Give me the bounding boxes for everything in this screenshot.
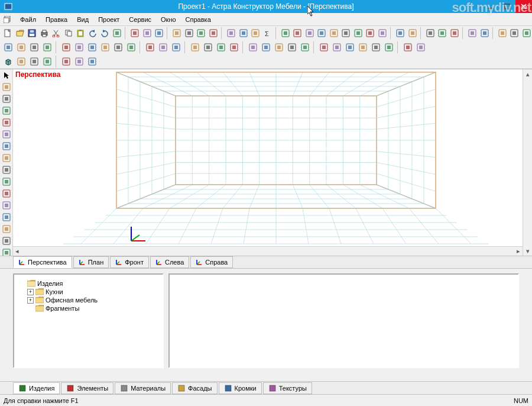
scroll-left-icon[interactable]: ◂ — [13, 247, 21, 256]
tb-print[interactable] — [39, 27, 50, 39]
mdi-restore-icon[interactable] — [2, 15, 12, 24]
tree-item-0[interactable]: +Кухни — [19, 288, 158, 296]
tb-shape-b[interactable] — [184, 27, 195, 39]
tb-rot-1[interactable] — [144, 41, 156, 53]
tb-grid-s6[interactable] — [383, 41, 395, 53]
tb-nav-fwd[interactable] — [154, 27, 165, 39]
tb-color-a[interactable] — [467, 27, 478, 39]
lt-arc-3[interactable] — [1, 189, 12, 198]
bottom-tab-1[interactable]: Элементы — [61, 382, 113, 394]
tb-zoom-in[interactable] — [316, 27, 327, 39]
view-tab-3[interactable]: Слева — [150, 256, 189, 268]
tb-shape-d[interactable] — [208, 27, 219, 39]
tb-dist-4[interactable] — [99, 41, 111, 53]
bottom-tab-5[interactable]: Текстуры — [263, 382, 312, 394]
tb-shape-c[interactable] — [196, 27, 207, 39]
tb-dist-2[interactable] — [73, 41, 85, 53]
scroll-right-icon[interactable]: ▸ — [514, 247, 523, 256]
tb-align-4[interactable] — [41, 41, 53, 53]
scroll-down-icon[interactable]: ▾ — [524, 246, 532, 256]
menu-проект[interactable]: Проект — [93, 14, 124, 25]
tb-misc-2[interactable] — [509, 27, 520, 39]
tb-rot-3[interactable] — [170, 41, 182, 53]
lt-cross[interactable] — [1, 130, 12, 139]
bottom-tab-2[interactable]: Материалы — [115, 382, 171, 394]
tb-panel-toggle[interactable] — [129, 27, 141, 39]
tb-grid-c[interactable] — [304, 27, 316, 39]
lt-circle[interactable] — [1, 201, 12, 210]
tb-open-file[interactable] — [15, 27, 26, 39]
lt-rect-sel[interactable] — [1, 212, 12, 222]
tb-obj-prism[interactable] — [15, 56, 27, 67]
tb-target[interactable] — [365, 27, 376, 39]
lt-pointer[interactable] — [1, 70, 12, 80]
tb-dist-1[interactable] — [60, 41, 72, 53]
lt-wand[interactable] — [1, 82, 12, 92]
tb-nav-back[interactable] — [141, 27, 153, 39]
tb-sum[interactable]: Σ — [262, 27, 273, 39]
tb-obj-cube[interactable] — [2, 56, 14, 67]
tb-select[interactable] — [377, 27, 388, 39]
tb-align-2[interactable] — [15, 41, 27, 53]
tb-align-1[interactable] — [2, 41, 14, 53]
h-scrollbar[interactable]: ◂ ▸ — [13, 246, 523, 256]
tb-align-right[interactable] — [238, 27, 249, 39]
tb-dist-6[interactable] — [125, 41, 137, 53]
tb-edit-3[interactable] — [86, 56, 98, 67]
tree-item-2[interactable]: Фрагменты — [19, 304, 158, 312]
lt-line-h[interactable] — [1, 141, 12, 151]
tb-edit-2[interactable] — [73, 56, 85, 67]
tb-rot-2[interactable] — [157, 41, 169, 53]
tb-misc-1[interactable] — [497, 27, 508, 39]
tb-win-tile[interactable] — [407, 27, 418, 39]
tb-paste[interactable] — [75, 27, 86, 39]
tb-cube-wire[interactable] — [437, 27, 448, 39]
tb-zoom-fit[interactable] — [340, 27, 352, 39]
tb-layers[interactable] — [449, 27, 460, 39]
preview-panel[interactable] — [168, 273, 519, 368]
lt-rotate-3d[interactable] — [1, 106, 12, 115]
tb-conn-1[interactable] — [189, 41, 201, 53]
view-tab-4[interactable]: Справа — [190, 256, 233, 268]
tb-win-cascade[interactable] — [395, 27, 406, 39]
tb-misc-3[interactable] — [521, 27, 533, 39]
tb-dist-3[interactable] — [86, 41, 98, 53]
tb-align-top[interactable] — [250, 27, 261, 39]
tb-grid-s2[interactable] — [331, 41, 343, 53]
tb-group-4[interactable] — [286, 41, 298, 53]
tb-grid-s5[interactable] — [370, 41, 382, 53]
lt-lasso[interactable] — [1, 224, 12, 234]
tree-expander[interactable]: + — [27, 289, 34, 295]
minimize-button[interactable] — [482, 0, 499, 13]
tb-dist-5[interactable] — [112, 41, 124, 53]
tb-pan[interactable] — [353, 27, 364, 39]
tb-new-file[interactable] — [2, 27, 14, 39]
bottom-tab-3[interactable]: Фасады — [172, 382, 217, 394]
tb-grid-s3[interactable] — [344, 41, 356, 53]
tb-undo[interactable] — [87, 27, 99, 39]
bottom-tab-4[interactable]: Кромки — [219, 382, 262, 394]
tb-obj-pyramid[interactable] — [41, 56, 53, 67]
menu-правка[interactable]: Правка — [41, 14, 72, 25]
lt-box-2d[interactable] — [1, 94, 12, 104]
close-button[interactable] — [515, 0, 532, 13]
lt-measure[interactable] — [1, 118, 12, 127]
tb-grid-b[interactable] — [292, 27, 303, 39]
tb-grid-s1[interactable] — [318, 41, 330, 53]
tb-zoom-out[interactable] — [329, 27, 340, 39]
maximize-button[interactable] — [499, 0, 515, 13]
menu-файл[interactable]: Файл — [15, 14, 41, 25]
tb-snap-2[interactable] — [415, 41, 427, 53]
tb-obj-cone[interactable] — [28, 56, 40, 67]
tree-root[interactable]: Изделия — [19, 279, 158, 288]
menu-вид[interactable]: Вид — [72, 14, 93, 25]
view-tab-0[interactable]: Перспектива — [13, 256, 72, 268]
tb-group-2[interactable] — [260, 41, 272, 53]
viewport-3d[interactable] — [13, 69, 523, 246]
tb-group-5[interactable] — [299, 41, 311, 53]
lt-arc-2[interactable] — [1, 177, 12, 186]
tb-align-left[interactable] — [226, 27, 237, 39]
tree-item-1[interactable]: +Офисная мебель — [19, 296, 158, 304]
lt-text-tool[interactable] — [1, 236, 12, 246]
tb-save-file[interactable] — [27, 27, 38, 39]
